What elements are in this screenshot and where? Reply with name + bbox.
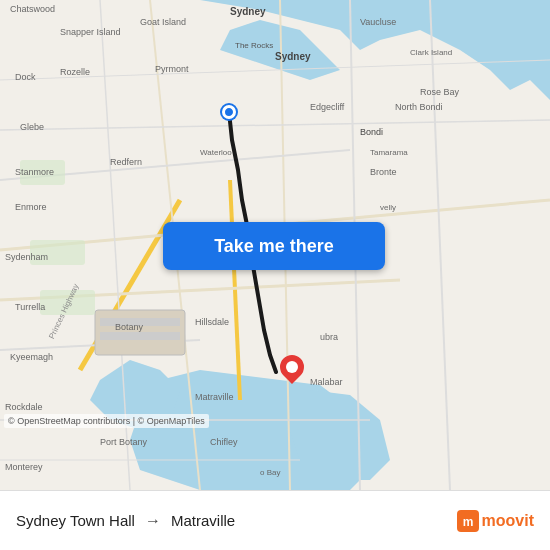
svg-text:Botany: Botany [115,322,144,332]
svg-text:Clark Island: Clark Island [410,48,452,57]
svg-text:Hillsdale: Hillsdale [195,317,229,327]
svg-text:Glebe: Glebe [20,122,44,132]
svg-text:Bondi: Bondi [360,127,383,137]
svg-text:Sydney: Sydney [275,51,311,62]
svg-text:o Bay: o Bay [260,468,280,477]
svg-text:Malabar: Malabar [310,377,343,387]
destination-station-label: Matraville [171,512,235,529]
svg-text:Enmore: Enmore [15,202,47,212]
svg-text:Snapper Island: Snapper Island [60,27,121,37]
svg-text:Waterloo: Waterloo [200,148,232,157]
svg-text:Goat Island: Goat Island [140,17,186,27]
map-container: Chatswood Snapper Island Goat Island Syd… [0,0,550,490]
svg-text:North Bondi: North Bondi [395,102,443,112]
svg-text:Vaucluse: Vaucluse [360,17,396,27]
svg-text:The Rocks: The Rocks [235,41,273,50]
svg-text:Monterey: Monterey [5,462,43,472]
svg-text:Rockdale: Rockdale [5,402,43,412]
svg-rect-23 [100,332,180,340]
svg-text:Redfern: Redfern [110,157,142,167]
svg-text:Chatswood: Chatswood [10,4,55,14]
svg-text:Tamarama: Tamarama [370,148,408,157]
map-attribution: © OpenStreetMap contributors | © OpenMap… [4,414,209,428]
svg-text:ubra: ubra [320,332,338,342]
svg-text:Sydenham: Sydenham [5,252,48,262]
moovit-logo: m moovit [457,510,534,532]
svg-text:Rose Bay: Rose Bay [420,87,460,97]
svg-text:Turrella: Turrella [15,302,45,312]
svg-text:velly: velly [380,203,396,212]
svg-text:Port Botany: Port Botany [100,437,148,447]
origin-marker [222,105,236,119]
svg-text:Pyrmont: Pyrmont [155,64,189,74]
svg-text:Sydney: Sydney [230,6,266,17]
moovit-brand-text: moovit [482,512,534,530]
take-me-there-button[interactable]: Take me there [163,222,385,270]
moovit-icon: m [457,510,479,532]
svg-text:Matraville: Matraville [195,392,234,402]
destination-marker [280,355,304,387]
svg-text:Stanmore: Stanmore [15,167,54,177]
bottom-navigation-bar: Sydney Town Hall → Matraville m moovit [0,490,550,550]
svg-text:Bronte: Bronte [370,167,397,177]
svg-text:Kyeemagh: Kyeemagh [10,352,53,362]
origin-station-label: Sydney Town Hall [16,512,135,529]
arrow-icon: → [145,512,161,530]
svg-text:Edgecliff: Edgecliff [310,102,345,112]
svg-text:Rozelle: Rozelle [60,67,90,77]
svg-text:Chifley: Chifley [210,437,238,447]
svg-text:m: m [462,515,473,529]
svg-text:Dock: Dock [15,72,36,82]
